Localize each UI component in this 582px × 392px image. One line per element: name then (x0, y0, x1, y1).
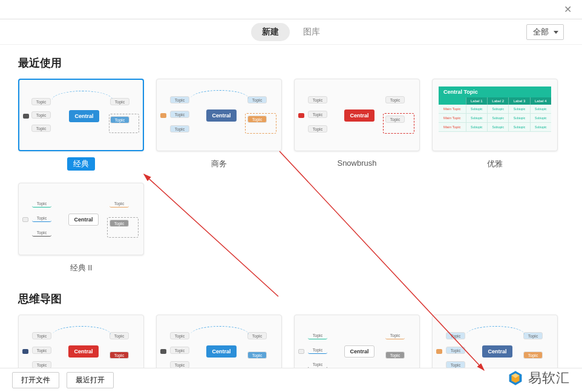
topic-node: Topic (170, 347, 189, 354)
template-thumb: Central Topic Topic Topic Topic Topic (18, 79, 144, 151)
table-row: Main Topic Subtopic Subtopic Subtopic Su… (439, 114, 551, 123)
root-square (23, 114, 29, 119)
template-card-business[interactable]: Central Topic Topic Topic Topic Topic 商务 (156, 79, 282, 171)
close-icon[interactable]: ✕ (559, 1, 576, 18)
topic-node: Topic (308, 125, 327, 132)
topic-node: Topic (446, 347, 465, 354)
template-card-elegant[interactable]: Central Topic Label 1 Label 2 Label 3 La… (432, 79, 558, 171)
topic-node: Topic (31, 98, 51, 105)
template-label: 优雅 (481, 157, 509, 171)
topic-node: Topic (308, 96, 327, 103)
connector-curve (53, 326, 111, 343)
central-node: Central (344, 109, 374, 122)
recent-grid: Central Topic Topic Topic Topic Topic 经典… (18, 79, 564, 275)
template-card[interactable]: Central Topic Topic Topic Topic Topic (18, 315, 144, 368)
topic-node: Topic (523, 332, 543, 339)
template-card[interactable]: Central Topic Topic Topic Topic Topic (156, 315, 282, 368)
group-outline (383, 113, 414, 134)
topic-node: Topic (446, 361, 465, 368)
central-node: Central (344, 345, 374, 358)
template-thumb: Central Topic Topic Topic Topic Topic (432, 315, 558, 368)
section-title-mindmap: 思维导图 (18, 292, 564, 306)
topic-node: Topic (308, 111, 327, 118)
template-label: 经典 (67, 157, 95, 171)
header-bar: 新建 图库 全部 (0, 19, 582, 45)
topic-node: Topic (170, 111, 189, 118)
connector-curve (466, 326, 525, 343)
connector-curve (191, 90, 249, 107)
group-outline (109, 114, 139, 133)
topic-node: Topic (385, 332, 405, 339)
template-card-classic-2[interactable]: Central Topic Topic Topic Topic Topic 经典… (18, 183, 144, 275)
template-card-snowbrush[interactable]: Central Topic Topic Topic Topic Topic Sn… (294, 79, 420, 171)
main-tabs: 新建 图库 (251, 23, 331, 41)
topic-node: Topic (170, 125, 189, 132)
root-square (160, 113, 166, 118)
root-square (298, 349, 304, 354)
topic-node: Topic (308, 332, 327, 339)
topic-node: Topic (110, 332, 129, 339)
topic-node: Topic (32, 200, 51, 207)
tab-new[interactable]: 新建 (251, 23, 290, 41)
topic-node: Topic (31, 125, 51, 132)
root-square (22, 349, 28, 354)
topic-node: Topic (247, 96, 267, 103)
tab-gallery[interactable]: 图库 (292, 23, 331, 41)
topic-node: Topic (110, 98, 129, 105)
root-square (298, 113, 304, 118)
template-label: 经典 II (64, 261, 99, 275)
table-labels-row: Label 1 Label 2 Label 3 Label 4 (439, 97, 551, 105)
central-node: Central (206, 109, 237, 122)
table-mini: Central Topic Label 1 Label 2 Label 3 La… (439, 87, 551, 132)
connector-curve (191, 326, 249, 343)
topic-node: Topic (385, 96, 405, 103)
topic-node: Topic (32, 215, 51, 222)
topic-node: Topic (446, 332, 465, 339)
template-thumb: Central Topic Label 1 Label 2 Label 3 La… (432, 79, 558, 151)
template-card-classic[interactable]: Central Topic Topic Topic Topic Topic 经典 (18, 79, 144, 171)
topic-node: Topic (32, 332, 51, 339)
watermark-text: 易软汇 (528, 369, 570, 387)
table-header: Central Topic (439, 87, 551, 97)
watermark-icon (508, 370, 523, 386)
filter-dropdown[interactable]: 全部 (526, 24, 564, 40)
topic-node: Topic (523, 351, 543, 359)
topic-node: Topic (110, 351, 129, 359)
topic-node: Topic (308, 347, 327, 354)
content-area: 最近使用 Central Topic Topic Topic Topic Top… (0, 45, 582, 368)
filter-selected-value: 全部 (533, 27, 549, 38)
central-node: Central (206, 345, 237, 358)
table-row: Main Topic Subtopic Subtopic Subtopic Su… (439, 105, 551, 114)
topic-node: Topic (31, 111, 51, 119)
template-thumb: Central Topic Topic Topic Topic Topic (18, 183, 144, 255)
root-square (436, 349, 442, 354)
group-outline (107, 217, 139, 238)
topic-node: Topic (110, 200, 129, 207)
recent-open-button[interactable]: 最近打开 (67, 372, 114, 388)
template-card[interactable]: Central Topic Topic Topic Topic Topic (432, 315, 558, 368)
root-square (22, 217, 28, 222)
topic-node: Topic (308, 361, 327, 368)
topic-node: Topic (170, 96, 189, 103)
template-card[interactable]: Central Topic Topic Topic Topic Topic (294, 315, 420, 368)
central-node: Central (68, 214, 99, 226)
template-label: 商务 (205, 157, 233, 171)
connector-curve (52, 91, 113, 109)
template-label: Snowbrush (331, 157, 382, 169)
template-thumb: Central Topic Topic Topic Topic Topic (156, 315, 282, 368)
template-thumb: Central Topic Topic Topic Topic Topic (156, 79, 282, 151)
topic-node: Topic (247, 351, 267, 359)
topic-node: Topic (32, 229, 51, 237)
watermark: 易软汇 (508, 369, 570, 387)
topic-node: Topic (170, 332, 189, 339)
topic-node: Topic (247, 332, 267, 339)
open-file-button[interactable]: 打开文件 (12, 372, 59, 388)
template-thumb: Central Topic Topic Topic Topic Topic (294, 79, 420, 151)
table-row: Main Topic Subtopic Subtopic Subtopic Su… (439, 123, 551, 132)
template-thumb: Central Topic Topic Topic Topic Topic (18, 315, 144, 368)
topic-node: Topic (170, 361, 189, 368)
section-title-recent: 最近使用 (18, 56, 564, 70)
central-node: Central (482, 345, 512, 358)
topic-node: Topic (385, 351, 405, 359)
topic-node: Topic (32, 347, 51, 354)
